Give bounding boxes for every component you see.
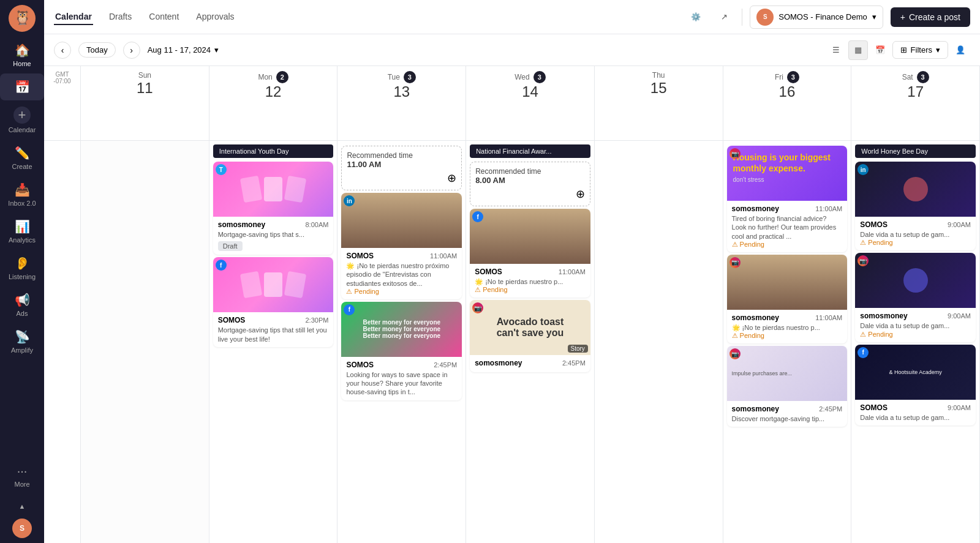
day-column-thu <box>595 141 723 543</box>
tab-approvals[interactable]: Approvals <box>195 9 235 25</box>
list-view-button[interactable]: ☰ <box>826 40 846 60</box>
home-icon: 🏠 <box>15 43 30 58</box>
sidebar-item-ads[interactable]: 📢 Ads <box>0 286 44 323</box>
sidebar-item-amplify-label: Amplify <box>11 346 33 354</box>
post-card-fri3[interactable]: Impulse purchases are... 📷 somosmoney 2:… <box>727 346 848 427</box>
sidebar-item-create[interactable]: ✏️ Create <box>0 140 44 176</box>
post-meta-tue1: SOMOS 11:00AM <box>346 252 457 260</box>
post-card-mon2[interactable]: f SOMOS 2:30PM Mortgage-saving tips that… <box>213 257 334 347</box>
next-week-button[interactable]: › <box>123 42 140 59</box>
day-column-tue: Recommended time 11.00 AM ⊕ in <box>337 141 466 543</box>
post-card-body-tue1: SOMOS 11:00AM 🌟 ¡No te pierdas nuestro p… <box>341 248 462 299</box>
sidebar-item-ads-label: Ads <box>17 310 28 317</box>
post-time-fri1: 11:00AM <box>815 205 842 212</box>
post-account-wed2: somosmoney <box>475 359 522 367</box>
post-account-mon2: SOMOS <box>218 316 246 324</box>
date-range-selector[interactable]: Aug 11 - 17, 2024 ▾ <box>148 45 219 54</box>
share-icon: ↗ <box>721 12 728 21</box>
month-view-button[interactable]: 📅 <box>870 40 890 60</box>
post-card-mon1[interactable]: T somosmoney 8:00AM Mortgage-saving tips… <box>213 162 334 255</box>
post-card-sat2[interactable]: 📷 somosmoney 9:00AM Dale vida a tu setup… <box>855 253 976 342</box>
post-card-img-sat1: in <box>855 162 976 217</box>
grid-view-button[interactable]: ▦ <box>848 40 868 60</box>
app-logo[interactable]: 🦉 <box>9 5 36 32</box>
sidebar-item-analytics[interactable]: 📊 Analytics <box>0 213 44 250</box>
day-num-wed: 14 <box>473 83 587 100</box>
sidebar-item-home[interactable]: 🏠 Home <box>0 37 44 73</box>
more-icon: ··· <box>17 464 28 478</box>
main-content: Calendar Drafts Content Approvals ⚙️ ↗ S… <box>44 0 980 543</box>
day-num-thu: 15 <box>602 80 715 97</box>
holiday-chip-wed[interactable]: National Financial Awar... <box>470 144 590 158</box>
filters-label: Filters <box>911 45 932 54</box>
social-icon-mon2: f <box>216 260 227 271</box>
share-button[interactable]: ↗ <box>714 7 734 28</box>
tab-calendar[interactable]: Calendar <box>54 9 93 25</box>
sidebar-item-more[interactable]: ··· More <box>10 458 33 494</box>
post-card-tue1[interactable]: in SOMOS 11:00AM 🌟 ¡No te pierdas nuestr… <box>341 193 462 299</box>
day-header-mon: Mon 2 12 <box>209 66 338 141</box>
post-card-body-fri1: somosmoney 11:00AM Tired of boring finan… <box>727 201 848 252</box>
holiday-chip-sat[interactable]: World Honey Bee Day <box>855 144 976 158</box>
filters-button[interactable]: ⊞ Filters ▾ <box>892 41 948 59</box>
today-button[interactable]: Today <box>78 42 116 58</box>
post-card-img-fri2: 📷 <box>727 255 848 310</box>
post-card-body-tue2: SOMOS 2:45PM Looking for ways to save sp… <box>341 357 462 400</box>
sidebar-item-calendar[interactable]: 📅 <box>0 73 44 100</box>
user-filter-button[interactable]: 👤 <box>951 40 970 60</box>
post-card-body-wed2: somosmoney 2:45PM <box>470 355 590 372</box>
post-account-fri3: somosmoney <box>732 405 779 413</box>
avocado-text: Avocado toastcan't save you <box>492 312 569 343</box>
post-card-body-mon2: SOMOS 2:30PM Mortgage-saving tips that s… <box>213 312 334 347</box>
post-card-sat1[interactable]: in SOMOS 9:00AM Dale vida a tu setup de … <box>855 162 976 250</box>
day-num-mon: 12 <box>217 83 330 100</box>
post-card-sat3[interactable]: & Hootsuite Academy f SOMOS 9:00AM Dale … <box>855 345 976 425</box>
sidebar-collapse-btn[interactable]: ▲ <box>10 496 33 516</box>
day-header-sun: Sun 11 <box>81 66 209 141</box>
calendar-body: GMT -07:00 Sun 11 Mon 2 12 <box>44 66 980 543</box>
sidebar-item-inbox-label: Inbox 2.0 <box>8 200 36 207</box>
post-meta-sat2: somosmoney 9:00AM <box>860 312 971 320</box>
sidebar-item-inbox[interactable]: 📥 Inbox 2.0 <box>0 176 44 213</box>
post-card-img-tue1: in <box>341 193 462 248</box>
org-dropdown-icon: ▾ <box>872 12 876 21</box>
post-card-wed1[interactable]: f SOMOS 11:00AM 🌟 ¡No te pierdas nuestro… <box>470 209 590 298</box>
sidebar-item-listening[interactable]: 👂 Listening <box>0 250 44 286</box>
ads-icon: 📢 <box>15 293 30 307</box>
post-status-mon1: Draft <box>218 241 329 251</box>
recommended-slot-tue[interactable]: Recommended time 11.00 AM ⊕ <box>341 146 462 190</box>
nav-tabs: Calendar Drafts Content Approvals <box>54 9 236 25</box>
holiday-chip-mon[interactable]: International Youth Day <box>213 144 334 158</box>
day-column-wed: National Financial Awar... Recommended t… <box>466 141 595 543</box>
sat-badge: 3 <box>917 71 929 83</box>
sidebar-item-amplify[interactable]: 📡 Amplify <box>0 323 44 360</box>
filter-icon: ⊞ <box>900 45 907 54</box>
gear-icon: ⚙️ <box>691 12 701 21</box>
create-post-button[interactable]: + Create a post <box>891 7 970 27</box>
day-column-fri: Housing is your biggest monthly expense.… <box>723 141 852 543</box>
amplify-icon: 📡 <box>15 329 30 344</box>
post-card-wed2[interactable]: Avocado toastcan't save you 📷 Story somo… <box>470 300 590 372</box>
tab-content[interactable]: Content <box>148 9 180 25</box>
post-card-fri1[interactable]: Housing is your biggest monthly expense.… <box>727 146 848 252</box>
calendar-grid: GMT -07:00 Sun 11 Mon 2 12 <box>44 66 980 543</box>
sidebar-item-plan-label: Calendar <box>9 126 36 133</box>
org-selector[interactable]: S SOMOS - Finance Demo ▾ <box>750 6 883 29</box>
post-card-tue2[interactable]: Better money for everyoneBetter money fo… <box>341 302 462 400</box>
post-meta-tue2: SOMOS 2:45PM <box>346 361 457 369</box>
day-name-fri: Fri 3 <box>731 71 844 83</box>
rec-time-wed: 8.00 AM <box>475 176 585 185</box>
social-icon-mon1: T <box>216 164 227 175</box>
post-time-fri2: 11:00AM <box>815 314 842 321</box>
pending-badge-tue1: ⚠ Pending <box>346 288 457 296</box>
sidebar-item-plan[interactable]: + Calendar <box>0 100 44 140</box>
rec-icon-tue: ⊕ <box>347 171 456 185</box>
post-card-fri2[interactable]: 📷 somosmoney 11:00AM 🌟 ¡No te pierdas nu… <box>727 255 848 343</box>
prev-week-button[interactable]: ‹ <box>54 42 71 59</box>
post-time-mon1: 8:00AM <box>306 221 329 228</box>
settings-button[interactable]: ⚙️ <box>685 7 706 28</box>
tab-drafts[interactable]: Drafts <box>108 9 133 25</box>
post-card-img-fri3: Impulse purchases are... 📷 <box>727 346 848 401</box>
user-avatar[interactable]: S <box>12 519 32 538</box>
recommended-slot-wed[interactable]: Recommended time 8.00 AM ⊕ <box>470 162 590 206</box>
